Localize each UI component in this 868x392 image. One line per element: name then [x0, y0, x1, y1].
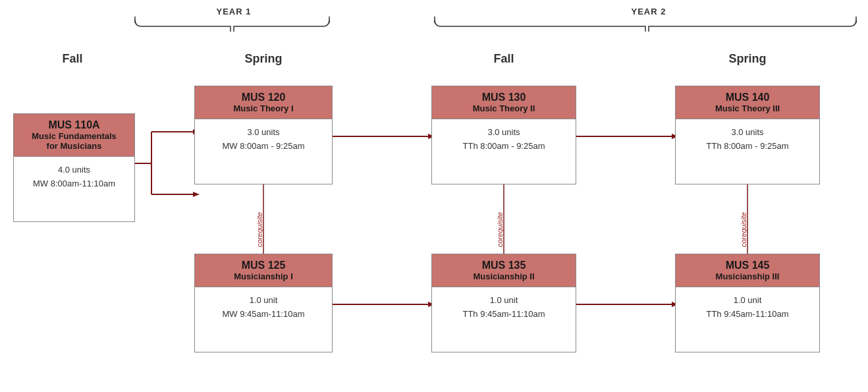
mus135-name: Musicianship II: [436, 271, 572, 281]
card-mus120-header: MUS 120 Music Theory I: [195, 86, 332, 119]
mus145-units: 1.0 unit: [681, 294, 814, 308]
card-mus110a: MUS 110A Music Fundamentals for Musician…: [13, 113, 135, 222]
mus135-schedule: TTh 9:45am-11:10am: [437, 308, 570, 322]
coreq-label-3: corequisite: [740, 194, 747, 247]
card-mus140: MUS 140 Music Theory III 3.0 units TTh 8…: [675, 86, 820, 184]
card-mus125-header: MUS 125 Musicianship I: [195, 254, 332, 287]
mus120-units: 3.0 units: [200, 126, 327, 140]
card-mus135: MUS 135 Musicianship II 1.0 unit TTh 9:4…: [431, 254, 576, 352]
mus145-num: MUS 145: [680, 260, 815, 271]
col-spring1-label: Spring: [245, 52, 283, 65]
year1-label: YEAR 1: [217, 7, 252, 16]
card-mus125: MUS 125 Musicianship I 1.0 unit MW 9:45a…: [194, 254, 333, 352]
mus120-schedule: MW 8:00am - 9:25am: [200, 140, 327, 154]
col-spring2-label: Spring: [729, 52, 767, 65]
mus125-units: 1.0 unit: [200, 294, 327, 308]
mus145-schedule: TTh 9:45am-11:10am: [681, 308, 814, 322]
card-mus140-header: MUS 140 Music Theory III: [676, 86, 819, 119]
card-mus135-header: MUS 135 Musicianship II: [432, 254, 576, 287]
card-mus120: MUS 120 Music Theory I 3.0 units MW 8:00…: [194, 86, 333, 184]
mus130-name: Music Theory II: [436, 103, 572, 113]
mus140-body: 3.0 units TTh 8:00am - 9:25am: [676, 119, 819, 160]
mus145-name: Musicianship III: [680, 271, 815, 281]
card-mus110a-header: MUS 110A Music Fundamentals for Musician…: [14, 114, 134, 157]
mus125-name: Musicianship I: [199, 271, 328, 281]
mus135-units: 1.0 unit: [437, 294, 570, 308]
mus110a-schedule: MW 8:00am-11:10am: [19, 177, 129, 191]
mus125-schedule: MW 9:45am-11:10am: [200, 308, 327, 322]
coreq-label-2: corequisite: [496, 194, 504, 247]
mus125-body: 1.0 unit MW 9:45am-11:10am: [195, 287, 332, 328]
mus140-num: MUS 140: [680, 92, 815, 103]
mus120-num: MUS 120: [199, 92, 328, 103]
mus140-units: 3.0 units: [681, 126, 814, 140]
mus110a-name: Music Fundamentals for Musicians: [18, 131, 130, 151]
card-mus145-header: MUS 145 Musicianship III: [676, 254, 819, 287]
col-fall1-label: Fall: [62, 52, 82, 65]
mus145-body: 1.0 unit TTh 9:45am-11:10am: [676, 287, 819, 328]
mus130-schedule: TTh 8:00am - 9:25am: [437, 140, 570, 154]
year2-label: YEAR 2: [632, 7, 666, 16]
card-mus130: MUS 130 Music Theory II 3.0 units TTh 8:…: [431, 86, 576, 184]
mus125-num: MUS 125: [199, 260, 328, 271]
diagram: YEAR 1 YEAR 2 Fall Spring Fall Spring: [0, 0, 868, 392]
coreq-label-1: corequisite: [256, 194, 263, 247]
mus140-schedule: TTh 8:00am - 9:25am: [681, 140, 814, 154]
mus110a-units: 4.0 units: [19, 163, 129, 177]
mus110a-body: 4.0 units MW 8:00am-11:10am: [14, 157, 134, 198]
mus130-units: 3.0 units: [437, 126, 570, 140]
mus135-num: MUS 135: [436, 260, 572, 271]
mus110a-num: MUS 110A: [18, 119, 130, 131]
mus120-name: Music Theory I: [199, 103, 328, 113]
mus120-body: 3.0 units MW 8:00am - 9:25am: [195, 119, 332, 160]
mus140-name: Music Theory III: [680, 103, 815, 113]
col-fall2-label: Fall: [493, 52, 514, 65]
mus130-num: MUS 130: [436, 92, 572, 103]
card-mus145: MUS 145 Musicianship III 1.0 unit TTh 9:…: [675, 254, 820, 352]
mus130-body: 3.0 units TTh 8:00am - 9:25am: [432, 119, 576, 160]
mus135-body: 1.0 unit TTh 9:45am-11:10am: [432, 287, 576, 328]
card-mus130-header: MUS 130 Music Theory II: [432, 86, 576, 119]
arrow2-head: [193, 192, 200, 197]
